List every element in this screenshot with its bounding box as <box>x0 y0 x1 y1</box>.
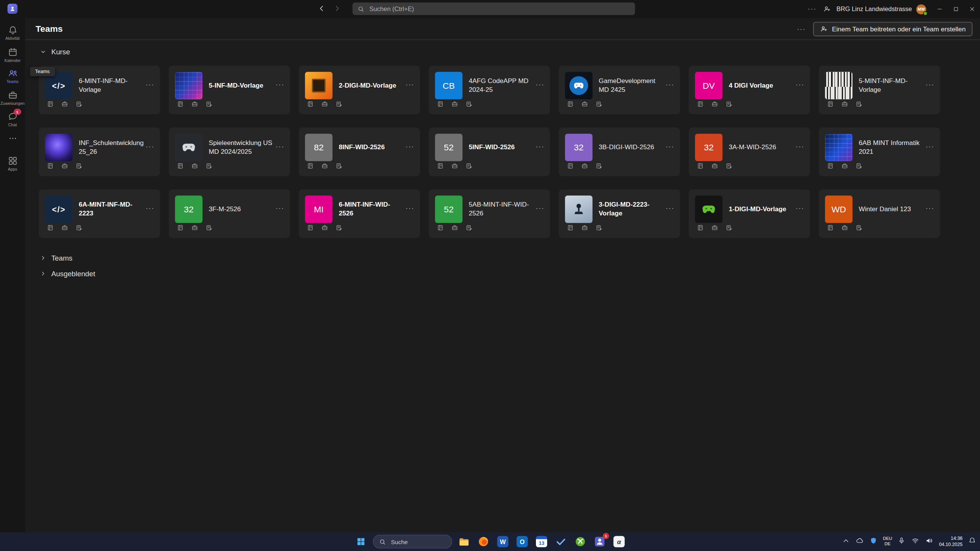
notebook-icon[interactable] <box>307 99 314 110</box>
assignments-icon[interactable] <box>321 222 328 233</box>
assignments-icon[interactable] <box>191 222 198 233</box>
grades-icon[interactable] <box>466 222 472 233</box>
search-input[interactable] <box>368 5 630 13</box>
team-card-more-button[interactable]: ··· <box>406 81 415 88</box>
team-card-more-button[interactable]: ··· <box>536 205 544 212</box>
team-card[interactable]: 6AB MINT Informatik 2021··· <box>819 127 940 176</box>
grades-icon[interactable] <box>856 222 862 233</box>
team-card[interactable]: Spieleentwicklung US MD 2024/2025··· <box>169 127 290 176</box>
team-card[interactable]: WDWinter Daniel 123··· <box>819 189 940 238</box>
notebook-icon[interactable] <box>567 99 574 110</box>
grades-icon[interactable] <box>466 161 472 172</box>
assignments-icon[interactable] <box>581 99 588 110</box>
team-card[interactable]: 323F-M-2526··· <box>169 189 290 238</box>
grades-icon[interactable] <box>336 161 343 172</box>
tray-chevron-up-icon[interactable] <box>842 536 850 547</box>
taskbar-start-button[interactable] <box>353 534 368 549</box>
grades-icon[interactable] <box>76 99 83 110</box>
team-card-more-button[interactable]: ··· <box>145 81 154 88</box>
assignments-icon[interactable] <box>451 161 458 172</box>
wifi-icon[interactable] <box>911 536 920 547</box>
notebook-icon[interactable] <box>567 222 574 233</box>
team-card-more-button[interactable]: ··· <box>276 205 284 212</box>
team-card[interactable]: 525AB-MINT-INF-WID-2526··· <box>429 189 550 238</box>
assignments-icon[interactable] <box>841 222 848 233</box>
assignments-icon[interactable] <box>711 161 718 172</box>
team-card[interactable]: 323A-M-WID-2526··· <box>689 127 810 176</box>
grades-icon[interactable] <box>596 99 603 110</box>
notebook-icon[interactable] <box>827 161 834 172</box>
team-card[interactable]: 323B-DIGI-WID-2526··· <box>559 127 680 176</box>
assignments-icon[interactable] <box>841 99 848 110</box>
team-card-more-button[interactable]: ··· <box>406 143 415 150</box>
grades-icon[interactable] <box>856 161 862 172</box>
grades-icon[interactable] <box>596 161 603 172</box>
onedrive-cloud-icon[interactable] <box>856 536 864 547</box>
sidebar-item-chat[interactable]: 1Chat <box>0 109 25 130</box>
sidebar-item-apps[interactable]: Apps <box>0 153 25 174</box>
assignments-icon[interactable] <box>61 161 68 172</box>
notebook-icon[interactable] <box>307 222 314 233</box>
notebook-icon[interactable] <box>827 99 834 110</box>
team-card-more-button[interactable]: ··· <box>926 81 934 88</box>
assignments-icon[interactable] <box>191 161 198 172</box>
team-card[interactable]: MI6-MINT-INF-WID-2526··· <box>299 189 420 238</box>
titlebar-more-options-button[interactable]: ··· <box>805 0 820 18</box>
team-card[interactable]: 2-DIGI-MD-Vorlage··· <box>299 65 420 114</box>
grades-icon[interactable] <box>76 161 83 172</box>
grades-icon[interactable] <box>206 222 212 233</box>
notebook-icon[interactable] <box>437 99 444 110</box>
team-card-more-button[interactable]: ··· <box>145 143 154 150</box>
team-card-more-button[interactable]: ··· <box>666 205 675 212</box>
team-card-more-button[interactable]: ··· <box>926 143 934 150</box>
team-card[interactable]: GameDevelopment MD 2425··· <box>559 65 680 114</box>
team-card-more-button[interactable]: ··· <box>666 81 675 88</box>
taskbar-clock[interactable]: 14:36 04.10.2025 <box>939 536 962 548</box>
assignments-icon[interactable] <box>321 99 328 110</box>
grades-icon[interactable] <box>726 222 733 233</box>
team-card-more-button[interactable]: ··· <box>795 143 804 150</box>
team-card[interactable]: 828INF-WID-2526··· <box>299 127 420 176</box>
taskbar-word-button[interactable]: W <box>495 534 510 549</box>
team-card[interactable]: DV4 DIGI Vorlage··· <box>689 65 810 114</box>
join-or-create-team-button[interactable]: Einem Team beitreten oder ein Team erste… <box>813 21 972 36</box>
team-card-more-button[interactable]: ··· <box>926 205 934 212</box>
team-card[interactable]: </>6-MINT-INF-MD-Vorlage··· <box>39 65 160 114</box>
team-card[interactable]: CB4AFG CodeAPP MD 2024-25··· <box>429 65 550 114</box>
team-card-more-button[interactable]: ··· <box>536 81 544 88</box>
notebook-icon[interactable] <box>47 161 54 172</box>
window-close-button[interactable] <box>964 0 980 18</box>
notebook-icon[interactable] <box>697 99 704 110</box>
taskbar-explorer-button[interactable] <box>457 534 472 549</box>
team-card-more-button[interactable]: ··· <box>795 81 804 88</box>
team-card-more-button[interactable]: ··· <box>276 143 284 150</box>
taskbar-outlook-button[interactable]: O <box>514 534 529 549</box>
invite-people-icon[interactable] <box>820 0 835 18</box>
team-card[interactable]: 5-MINT-INF-MD-Vorlage··· <box>819 65 940 114</box>
assignments-icon[interactable] <box>841 161 848 172</box>
taskbar-search-box[interactable] <box>373 535 452 549</box>
sidebar-item-calendar[interactable]: Kalender <box>0 44 25 65</box>
taskbar-todo-button[interactable] <box>554 534 568 549</box>
window-minimize-button[interactable] <box>931 0 947 18</box>
section-kurse[interactable]: Kurse <box>40 48 980 56</box>
team-card-more-button[interactable]: ··· <box>276 81 284 88</box>
team-card[interactable]: 5-INF-MD-Vorlage··· <box>169 65 290 114</box>
grades-icon[interactable] <box>206 99 212 110</box>
sidebar-item-activity[interactable]: Aktivität <box>0 23 25 44</box>
grades-icon[interactable] <box>596 222 603 233</box>
taskbar-firefox-button[interactable] <box>476 534 491 549</box>
teams-header-more-button[interactable]: ··· <box>797 25 806 32</box>
sidebar-item-more[interactable] <box>0 130 25 146</box>
team-card[interactable]: </>6A-MINT-INF-MD-2223··· <box>39 189 160 238</box>
back-button[interactable] <box>317 3 325 15</box>
team-card[interactable]: 1-DIGI-MD-Vorlage··· <box>689 189 810 238</box>
team-card-more-button[interactable]: ··· <box>536 143 544 150</box>
notebook-icon[interactable] <box>567 161 574 172</box>
notebook-icon[interactable] <box>697 161 704 172</box>
user-avatar[interactable]: MW <box>916 4 926 14</box>
notebook-icon[interactable] <box>47 99 54 110</box>
notebook-icon[interactable] <box>437 222 444 233</box>
team-card-more-button[interactable]: ··· <box>406 205 415 212</box>
assignments-icon[interactable] <box>581 161 588 172</box>
